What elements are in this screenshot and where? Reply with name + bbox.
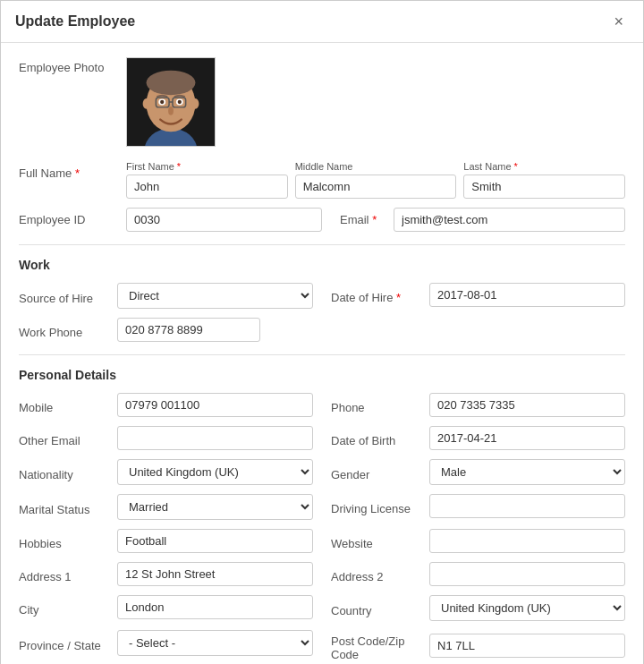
marital-select[interactable]: Married Single Divorced Widowed	[117, 494, 313, 520]
svg-point-3	[147, 71, 196, 95]
source-hire-field: Direct Referral LinkedIn Job Board Other	[117, 283, 313, 309]
other-email-row: Other Email	[19, 426, 313, 450]
last-name-input[interactable]	[463, 175, 625, 199]
province-label: Province / State	[19, 634, 117, 652]
hobbies-label: Hobbies	[19, 532, 117, 550]
work-phone-label: Work Phone	[19, 321, 117, 339]
svg-point-9	[143, 98, 150, 109]
dob-field	[429, 426, 625, 450]
personal-row3: Nationality United Kingdom (UK) United S…	[19, 459, 625, 494]
address2-input[interactable]	[429, 562, 625, 586]
email-input[interactable]	[394, 208, 625, 232]
full-name-row: Full Name * First Name * Middle Name	[19, 161, 625, 199]
address1-input[interactable]	[117, 562, 313, 586]
address2-field	[429, 562, 625, 586]
address2-col: Address 2	[331, 562, 625, 595]
nationality-row: Nationality United Kingdom (UK) United S…	[19, 459, 313, 485]
source-hire-label: Source of Hire	[19, 287, 117, 305]
phone-col: Phone	[331, 393, 625, 426]
svg-point-8	[168, 106, 174, 115]
city-label: City	[19, 599, 117, 617]
personal-row4: Marital Status Married Single Divorced W…	[19, 494, 625, 529]
province-row: Province / State - Select - England Scot…	[19, 630, 313, 656]
province-col: Province / State - Select - England Scot…	[19, 630, 313, 664]
employee-id-input[interactable]	[126, 208, 322, 232]
personal-row7: City Country United Kingdom (UK) United …	[19, 595, 625, 630]
work-section-title: Work	[19, 258, 625, 272]
city-col: City	[19, 595, 313, 630]
nationality-select[interactable]: United Kingdom (UK) United States (US) A…	[117, 459, 313, 485]
website-label: Website	[331, 532, 429, 550]
postcode-row: Post Code/Zip Code	[331, 630, 625, 661]
personal-row5: Hobbies Website	[19, 529, 625, 562]
date-hire-input[interactable]	[429, 283, 625, 307]
phone-input[interactable]	[429, 393, 625, 417]
gender-col: Gender Male Female Other	[331, 459, 625, 494]
first-name-input[interactable]	[126, 175, 288, 199]
address1-field	[117, 562, 313, 586]
personal-divider	[19, 354, 625, 355]
employee-id-label: Employee ID	[19, 213, 126, 226]
photo-section: Employee Photo	[19, 57, 625, 147]
country-label: Country	[331, 600, 429, 617]
website-field	[429, 529, 625, 553]
country-col: Country United Kingdom (UK) United State…	[331, 595, 625, 630]
website-input[interactable]	[429, 529, 625, 553]
other-email-input[interactable]	[117, 426, 313, 450]
address2-row: Address 2	[331, 562, 625, 586]
city-input[interactable]	[117, 595, 313, 619]
source-hire-select[interactable]: Direct Referral LinkedIn Job Board Other	[117, 283, 313, 309]
email-label: Email *	[322, 213, 394, 226]
other-email-field	[117, 426, 313, 450]
city-row: City	[19, 595, 313, 619]
update-employee-dialog: Update Employee × Employee Photo	[0, 0, 644, 664]
work-divider	[19, 244, 625, 245]
postcode-input[interactable]	[429, 634, 625, 658]
driving-license-field	[429, 494, 625, 518]
hobbies-row: Hobbies	[19, 529, 313, 553]
website-col: Website	[331, 529, 625, 562]
postcode-label: Post Code/Zip Code	[331, 630, 429, 661]
personal-row8: Province / State - Select - England Scot…	[19, 630, 625, 664]
hobbies-input[interactable]	[117, 529, 313, 553]
date-hire-label: Date of Hire *	[331, 286, 429, 304]
mobile-input[interactable]	[117, 393, 313, 417]
work-phone-input[interactable]	[117, 318, 260, 342]
first-name-label: First Name *	[126, 161, 288, 172]
driving-license-input[interactable]	[429, 494, 625, 518]
other-email-col: Other Email	[19, 426, 313, 459]
dialog-header: Update Employee ×	[1, 1, 643, 43]
personal-row6: Address 1 Address 2	[19, 562, 625, 595]
address1-row: Address 1	[19, 562, 313, 586]
close-button[interactable]: ×	[608, 12, 629, 31]
gender-label: Gender	[331, 464, 429, 481]
dob-input[interactable]	[429, 426, 625, 450]
marital-row: Marital Status Married Single Divorced W…	[19, 494, 313, 520]
personal-row2: Other Email Date of Birth	[19, 426, 625, 459]
country-select[interactable]: United Kingdom (UK) United States (US) A…	[429, 595, 625, 621]
dialog-body: Employee Photo	[1, 43, 643, 664]
driving-license-label: Driving License	[331, 498, 429, 515]
other-email-label: Other Email	[19, 430, 117, 447]
mobile-field	[117, 393, 313, 417]
dob-label: Date of Birth	[331, 430, 429, 447]
middle-name-input[interactable]	[295, 175, 457, 199]
svg-point-7	[178, 100, 182, 104]
last-name-group: Last Name *	[463, 161, 625, 199]
dob-row: Date of Birth	[331, 426, 625, 450]
empid-email-row: Employee ID Email *	[19, 208, 625, 232]
date-hire-row: Date of Hire *	[331, 283, 625, 307]
country-field: United Kingdom (UK) United States (US) A…	[429, 595, 625, 621]
country-row: Country United Kingdom (UK) United State…	[331, 595, 625, 621]
gender-field: Male Female Other	[429, 459, 625, 485]
employee-photo	[126, 57, 216, 147]
gender-row: Gender Male Female Other	[331, 459, 625, 485]
province-select[interactable]: - Select - England Scotland Wales Northe…	[117, 630, 313, 656]
work-row1: Source of Hire Direct Referral LinkedIn …	[19, 283, 625, 318]
address2-label: Address 2	[331, 566, 429, 583]
empid-section: Employee ID	[19, 208, 322, 232]
gender-select[interactable]: Male Female Other	[429, 459, 625, 485]
province-field: - Select - England Scotland Wales Northe…	[117, 630, 313, 656]
dob-col: Date of Birth	[331, 426, 625, 459]
source-hire-row: Source of Hire Direct Referral LinkedIn …	[19, 283, 313, 309]
